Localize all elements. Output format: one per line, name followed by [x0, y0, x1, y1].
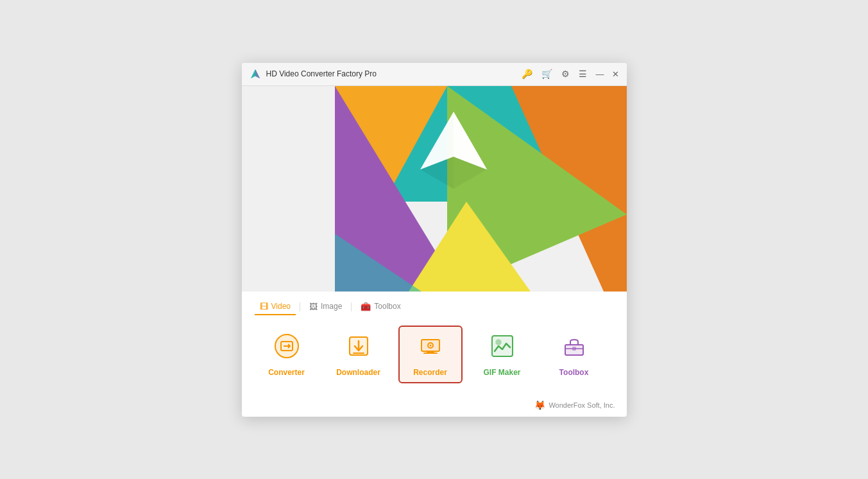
svg-point-29	[496, 340, 501, 345]
toolbox-icon	[561, 333, 587, 364]
svg-marker-1	[255, 69, 260, 78]
hero-area	[242, 86, 627, 292]
close-button[interactable]: ✕	[612, 69, 619, 79]
gif-maker-label: GIF Maker	[483, 368, 520, 377]
menu-icon[interactable]: ☰	[579, 69, 587, 78]
bottom-section: 🎞 Video 🖼 Image 🧰 Toolbox	[242, 292, 627, 396]
minimize-button[interactable]: —	[596, 69, 604, 79]
footer-text: WonderFox Soft, Inc.	[549, 401, 615, 409]
tab-image[interactable]: 🖼 Image	[304, 299, 347, 315]
tab-video[interactable]: 🎞 Video	[255, 299, 296, 315]
gif-maker-icon	[489, 333, 515, 364]
downloader-label: Downloader	[336, 368, 380, 377]
image-tab-icon: 🖼	[309, 302, 318, 311]
toolbox-button[interactable]: Toolbox	[542, 326, 606, 383]
video-tab-icon: 🎞	[260, 302, 268, 311]
converter-label: Converter	[268, 368, 305, 377]
svg-rect-33	[572, 347, 576, 351]
converter-icon	[274, 333, 300, 364]
tab-separator-2	[351, 302, 352, 311]
recorder-button[interactable]: Recorder	[398, 326, 463, 383]
features-row: Converter Downloader	[255, 326, 614, 383]
tab-toolbox[interactable]: 🧰 Toolbox	[355, 299, 405, 315]
tab-image-label: Image	[321, 302, 342, 311]
gif-maker-button[interactable]: GIF Maker	[470, 326, 534, 383]
tab-video-label: Video	[271, 302, 291, 311]
recorder-label: Recorder	[413, 368, 447, 377]
key-icon[interactable]: 🔑	[522, 69, 532, 78]
downloader-button[interactable]: Downloader	[327, 326, 391, 383]
toolbox-label: Toolbox	[559, 368, 589, 377]
converter-button[interactable]: Converter	[255, 326, 319, 383]
toolbox-tab-icon: 🧰	[361, 302, 371, 311]
titlebar: HD Video Converter Factory Pro 🔑 🛒 ⚙ ☰ —…	[242, 63, 627, 86]
tab-toolbox-label: Toolbox	[374, 302, 400, 311]
titlebar-actions: 🔑 🛒 ⚙ ☰	[522, 69, 587, 78]
tabs-bar: 🎞 Video 🖼 Image 🧰 Toolbox	[255, 292, 614, 320]
app-logo	[250, 68, 261, 80]
svg-point-26	[429, 344, 431, 346]
cart-icon[interactable]: 🛒	[541, 69, 552, 78]
recorder-icon	[418, 333, 443, 364]
hero-graphic	[242, 86, 627, 292]
footer: 🦊 WonderFox Soft, Inc.	[242, 396, 627, 417]
window-controls: — ✕	[596, 69, 619, 79]
app-title: HD Video Converter Factory Pro	[266, 69, 522, 78]
footer-logo-icon: 🦊	[534, 400, 545, 410]
main-window: HD Video Converter Factory Pro 🔑 🛒 ⚙ ☰ —…	[242, 63, 627, 417]
tab-separator-1	[300, 302, 300, 311]
settings-icon[interactable]: ⚙	[561, 69, 570, 78]
downloader-icon	[346, 333, 371, 364]
